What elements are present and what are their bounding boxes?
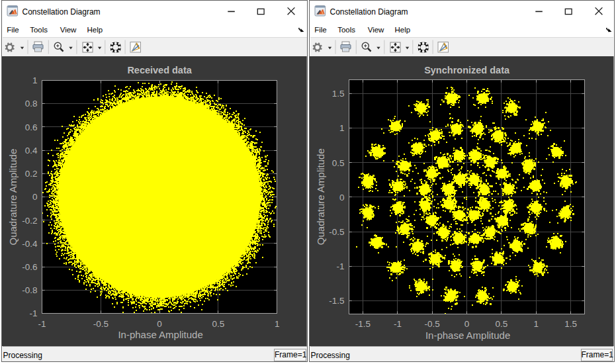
svg-text:0.4: 0.4	[25, 146, 38, 156]
svg-text:-0.6: -0.6	[22, 262, 37, 272]
svg-text:-0.4: -0.4	[22, 239, 38, 249]
svg-text:-1.5: -1.5	[329, 296, 344, 306]
svg-text:-0.8: -0.8	[22, 285, 37, 295]
svg-text:Quadrature Amplitude: Quadrature Amplitude	[315, 148, 326, 245]
svg-text:0.2: 0.2	[25, 169, 38, 179]
svg-text:-0.5: -0.5	[329, 227, 344, 237]
svg-text:-0.5: -0.5	[425, 319, 440, 329]
svg-text:0.5: 0.5	[212, 319, 225, 329]
svg-text:1: 1	[534, 319, 539, 329]
svg-text:In-phase Amplitude: In-phase Amplitude	[425, 330, 510, 341]
svg-text:1: 1	[32, 75, 38, 85]
svg-text:0.5: 0.5	[496, 319, 508, 329]
svg-text:-1: -1	[394, 319, 402, 329]
svg-text:1.5: 1.5	[332, 89, 345, 99]
svg-text:1: 1	[339, 123, 345, 133]
svg-text:1.5: 1.5	[564, 319, 577, 329]
svg-text:-1: -1	[38, 319, 46, 329]
svg-text:0.5: 0.5	[332, 158, 345, 168]
svg-text:-1.5: -1.5	[355, 319, 371, 329]
svg-text:-1: -1	[337, 261, 345, 271]
svg-text:In-phase Amplitude: In-phase Amplitude	[118, 329, 202, 340]
svg-text:0: 0	[157, 319, 162, 329]
svg-text:1: 1	[275, 319, 280, 329]
svg-text:-0.5: -0.5	[93, 319, 109, 329]
svg-text:0: 0	[464, 319, 470, 329]
svg-text:-0.2: -0.2	[22, 216, 37, 226]
svg-text:0: 0	[339, 193, 345, 203]
svg-text:Quadrature Amplitude: Quadrature Amplitude	[7, 149, 19, 246]
svg-text:0.8: 0.8	[25, 99, 38, 109]
svg-text:0.6: 0.6	[25, 122, 38, 132]
svg-text:-1: -1	[29, 308, 37, 318]
svg-text:Synchronized data: Synchronized data	[424, 65, 510, 75]
svg-text:Received data: Received data	[127, 65, 192, 75]
svg-text:0: 0	[32, 192, 38, 202]
